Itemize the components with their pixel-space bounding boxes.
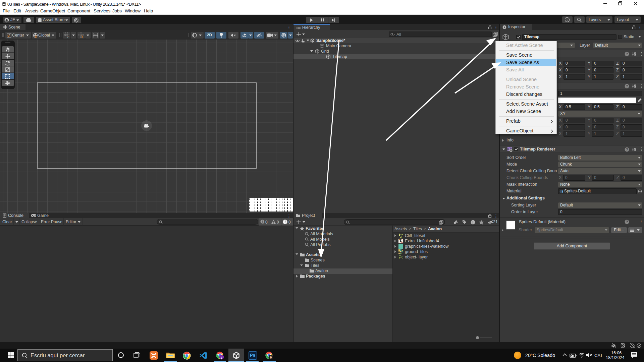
svg-text:?: ? — [626, 147, 628, 151]
svg-text:Y: Y — [67, 36, 69, 38]
svg-text:?: ? — [626, 220, 628, 224]
svg-text:?: ? — [626, 84, 628, 88]
svg-text:?: ? — [626, 52, 628, 56]
svg-text:J: J — [220, 356, 222, 359]
